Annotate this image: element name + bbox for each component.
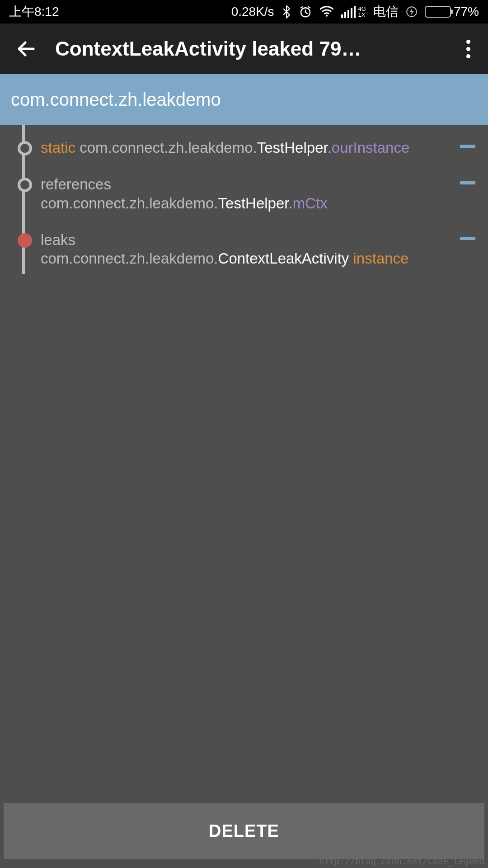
- package-header: com.connect.zh.leakdemo: [0, 74, 488, 125]
- net-badge-line2: 1X: [358, 12, 366, 18]
- svg-point-1: [325, 15, 327, 17]
- trace-node-icon: [18, 141, 32, 156]
- delete-button[interactable]: DELETE: [4, 803, 484, 859]
- trace-node-icon: [18, 178, 32, 192]
- trace-item[interactable]: references com.connect.zh.leakdemo.TestH…: [0, 161, 488, 217]
- battery-indicator: 77%: [425, 5, 479, 19]
- network-speed: 0.28K/s: [231, 5, 274, 19]
- status-time: 上午8:12: [9, 3, 59, 20]
- battery-icon: [425, 6, 451, 18]
- trace-item-text: leaks com.connect.zh.leakdemo.ContextLea…: [41, 228, 456, 268]
- trace-item-text: references com.connect.zh.leakdemo.TestH…: [41, 172, 456, 212]
- trace-item-text: static com.connect.zh.leakdemo.TestHelpe…: [41, 136, 456, 157]
- leak-trace-list: static com.connect.zh.leakdemo.TestHelpe…: [0, 125, 488, 799]
- status-right: 0.28K/s: [231, 3, 479, 20]
- trace-item[interactable]: static com.connect.zh.leakdemo.TestHelpe…: [0, 125, 488, 161]
- expand-toggle[interactable]: [460, 145, 475, 148]
- back-button[interactable]: [11, 33, 42, 64]
- status-left: 上午8:12: [9, 3, 59, 20]
- app-bar: ContextLeakActivity leaked 79…: [0, 24, 488, 74]
- bluetooth-icon: [282, 5, 291, 19]
- signal-icon: 4G 1X: [341, 6, 366, 18]
- screen-title: ContextLeakActivity leaked 79…: [55, 38, 450, 60]
- alarm-icon: [299, 5, 312, 19]
- delete-button-label: DELETE: [209, 821, 279, 841]
- expand-toggle[interactable]: [460, 237, 475, 240]
- status-bar: 上午8:12 0.28K/s: [0, 0, 488, 24]
- carrier-label: 电信: [373, 3, 399, 20]
- battery-percent: 77%: [454, 5, 479, 19]
- wifi-icon: [319, 6, 334, 18]
- trace-leak-node-icon: [18, 233, 32, 248]
- package-name: com.connect.zh.leakdemo: [11, 90, 221, 110]
- trace-item[interactable]: leaks com.connect.zh.leakdemo.ContextLea…: [0, 217, 488, 273]
- vertical-dots-icon: [466, 40, 470, 44]
- expand-toggle[interactable]: [460, 181, 475, 184]
- arrow-back-icon: [15, 38, 37, 60]
- charging-icon: [406, 6, 418, 18]
- overflow-menu-button[interactable]: [455, 36, 481, 61]
- watermark-text: http://blog.csdn.net/Code_legend: [319, 856, 484, 866]
